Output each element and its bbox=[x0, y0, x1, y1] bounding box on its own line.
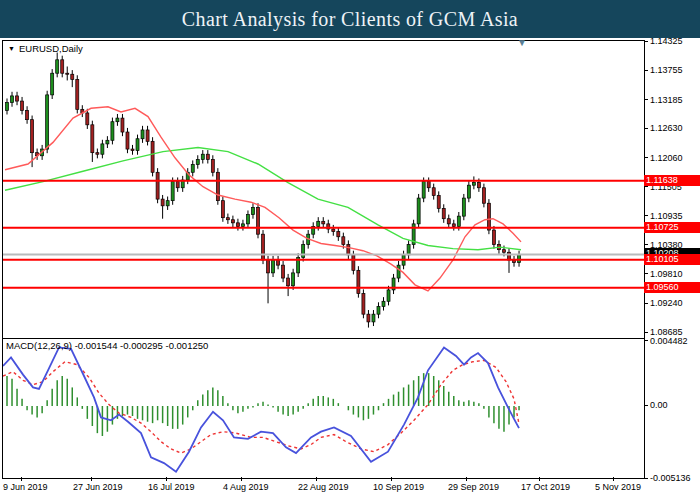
candle-body bbox=[11, 96, 14, 103]
price-tick-mark bbox=[644, 332, 648, 333]
symbol-label-text: EURUSD,Daily bbox=[19, 43, 83, 54]
price-tick-label: 1.13755 bbox=[650, 65, 683, 75]
main-chart-panel[interactable]: ▼ EURUSD,Daily bbox=[2, 40, 645, 339]
date-tick-mark bbox=[316, 477, 317, 481]
candle-body bbox=[377, 306, 380, 314]
candle-body bbox=[26, 110, 29, 119]
candle-body bbox=[156, 172, 159, 199]
page-title: Chart Analysis for Clients of GCM Asia bbox=[182, 8, 518, 31]
macd-chart[interactable] bbox=[3, 339, 644, 478]
candle-body bbox=[387, 290, 390, 301]
date-tick-mark bbox=[391, 477, 392, 481]
candle-body bbox=[267, 260, 270, 273]
candle-body bbox=[518, 255, 521, 263]
candle-body bbox=[317, 221, 320, 226]
candle-body bbox=[231, 220, 234, 223]
title-bar: Chart Analysis for Clients of GCM Asia bbox=[0, 0, 700, 40]
price-tick-mark bbox=[644, 128, 648, 129]
candle-body bbox=[427, 182, 430, 188]
candle-body bbox=[226, 218, 229, 220]
candle-body bbox=[372, 314, 375, 322]
candle-body bbox=[502, 250, 505, 253]
symbol-label[interactable]: ▼ EURUSD,Daily bbox=[8, 43, 83, 54]
candle-body bbox=[161, 199, 164, 206]
candle-body bbox=[141, 130, 144, 139]
candle-body bbox=[121, 118, 124, 132]
candle-body bbox=[46, 95, 49, 149]
candle-body bbox=[367, 314, 370, 322]
candle-body bbox=[216, 172, 219, 200]
candle-body bbox=[467, 185, 470, 198]
candle-body bbox=[472, 183, 475, 186]
date-tick-label[interactable]: 5 Nov 2019 bbox=[595, 482, 641, 492]
candle-body bbox=[477, 183, 480, 188]
price-tick-label: 1.12630 bbox=[650, 123, 683, 133]
date-tick-label[interactable]: 4 Aug 2019 bbox=[223, 482, 269, 492]
candle-body bbox=[206, 154, 209, 159]
candle-body bbox=[201, 154, 204, 159]
candle-body bbox=[292, 273, 295, 286]
chart-shift-icon: ▼ bbox=[517, 38, 527, 48]
candle-body bbox=[337, 232, 340, 237]
price-tick-label: 1.10935 bbox=[650, 211, 683, 221]
candle-body bbox=[277, 260, 280, 265]
candle-body bbox=[76, 79, 79, 109]
candle-body bbox=[91, 125, 94, 153]
candle-body bbox=[166, 201, 169, 206]
resistance-price-label: 1.10105 bbox=[644, 254, 700, 265]
date-tick-label[interactable]: 22 Aug 2019 bbox=[298, 482, 349, 492]
candle-body bbox=[146, 130, 149, 141]
candle-body bbox=[487, 203, 490, 230]
macd-panel[interactable]: MACD(12,26,9) -0.001544 -0.000295 -0.001… bbox=[2, 338, 645, 479]
price-tick-mark bbox=[644, 99, 648, 100]
candle-body bbox=[61, 60, 64, 73]
candlestick-chart[interactable] bbox=[3, 41, 644, 338]
candle-body bbox=[66, 73, 69, 74]
candle-body bbox=[56, 60, 59, 73]
date-tick-label[interactable]: 16 Jul 2019 bbox=[148, 482, 195, 492]
date-tick-label[interactable]: 17 Oct 2019 bbox=[521, 482, 570, 492]
date-tick-label[interactable]: 9 Jun 2019 bbox=[3, 482, 48, 492]
resistance-price-label: 1.11638 bbox=[644, 175, 700, 186]
macd-tick-mark bbox=[644, 478, 648, 479]
candle-body bbox=[397, 265, 400, 278]
candle-body bbox=[51, 73, 54, 95]
price-tick-label: 1.14325 bbox=[650, 36, 683, 46]
candle-body bbox=[151, 141, 154, 172]
candle-body bbox=[126, 132, 129, 149]
macd-main-line bbox=[3, 347, 519, 471]
price-tick-mark bbox=[644, 186, 648, 187]
candle-body bbox=[282, 265, 285, 278]
chevron-down-icon[interactable]: ▼ bbox=[8, 44, 15, 53]
candle-body bbox=[211, 159, 214, 172]
date-tick-mark bbox=[241, 477, 242, 481]
candle-body bbox=[136, 139, 139, 151]
candle-body bbox=[447, 219, 450, 224]
resistance-price-label: 1.09560 bbox=[644, 282, 700, 293]
candle-body bbox=[236, 223, 239, 227]
candle-body bbox=[116, 118, 119, 122]
candle-body bbox=[246, 215, 249, 224]
candle-body bbox=[111, 122, 114, 141]
candle-body bbox=[352, 255, 355, 270]
candle-body bbox=[257, 207, 260, 234]
date-tick-mark bbox=[21, 477, 22, 481]
candle-body bbox=[347, 245, 350, 255]
date-tick-label[interactable]: 27 Jun 2019 bbox=[73, 482, 123, 492]
candle-body bbox=[442, 208, 445, 218]
candle-body bbox=[251, 207, 254, 214]
candle-body bbox=[362, 294, 365, 315]
candle-body bbox=[407, 245, 410, 255]
price-tick-label: 1.13185 bbox=[650, 95, 683, 105]
date-tick-label[interactable]: 10 Sep 2019 bbox=[373, 482, 424, 492]
candle-body bbox=[6, 103, 9, 111]
candle-body bbox=[196, 159, 199, 164]
candle-body bbox=[16, 96, 19, 101]
date-tick-mark bbox=[539, 477, 540, 481]
candle-body bbox=[452, 224, 455, 227]
candle-body bbox=[272, 260, 275, 273]
candle-body bbox=[106, 140, 109, 144]
date-tick-label[interactable]: 29 Sep 2019 bbox=[448, 482, 499, 492]
date-tick-mark bbox=[466, 477, 467, 481]
candle-body bbox=[287, 278, 290, 286]
